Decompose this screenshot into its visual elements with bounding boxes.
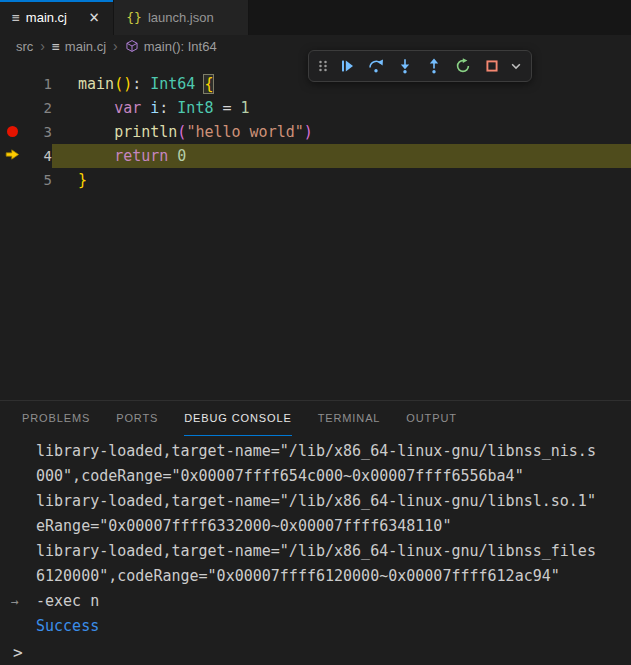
line-number: 3 xyxy=(24,120,52,144)
glyph-margin[interactable] xyxy=(0,72,24,96)
panel-tab-output[interactable]: OUTPUT xyxy=(406,401,457,436)
console-text: 6120000",codeRange="0x00007ffff6120000~0… xyxy=(36,567,560,585)
debug-current-line-icon xyxy=(5,144,20,168)
console-text: Success xyxy=(36,617,99,635)
console-line: 000",codeRange="0x00007ffff654c000~0x000… xyxy=(36,464,623,489)
code-token: ) xyxy=(304,123,313,141)
panel-tab-problems[interactable]: PROBLEMS xyxy=(22,401,90,436)
panel-tab-terminal[interactable]: TERMINAL xyxy=(318,401,381,436)
code-token: { xyxy=(204,75,213,93)
line-number: 4 xyxy=(24,144,52,168)
code-token: ) xyxy=(123,75,132,93)
debug-step-into-icon xyxy=(397,58,413,74)
debug-toolbar-gripper[interactable] xyxy=(314,53,332,79)
json-braces-icon: {} xyxy=(126,10,142,25)
tab-label: main.cj xyxy=(26,10,67,25)
file-lines-icon: ≡ xyxy=(52,39,60,54)
code-token: return xyxy=(114,147,168,165)
breadcrumb-item-main-cj[interactable]: ≡main.cj xyxy=(52,39,106,54)
console-line: 6120000",codeRange="0x00007ffff6120000~0… xyxy=(36,564,623,589)
panel-tab-label: TERMINAL xyxy=(318,412,381,424)
glyph-margin[interactable] xyxy=(0,168,24,192)
glyph-margin[interactable] xyxy=(0,144,24,168)
debug-console-input[interactable]: > xyxy=(13,643,23,662)
debug-step-out-icon xyxy=(426,58,442,74)
debug-step-over-icon xyxy=(368,58,384,74)
panel-tab-ports[interactable]: PORTS xyxy=(116,401,158,436)
code-token xyxy=(141,99,150,117)
tab-launch-json[interactable]: {}launch.json xyxy=(114,0,248,35)
chevron-down-icon xyxy=(509,59,523,73)
panel-tab-debug-console[interactable]: DEBUG CONSOLE xyxy=(184,401,291,436)
console-text: -exec n xyxy=(36,592,99,610)
cangjie-file-icon: ≡ xyxy=(12,10,20,25)
code-token: var xyxy=(114,99,141,117)
console-line: Success xyxy=(36,614,623,639)
breakpoint-icon xyxy=(7,120,18,144)
code-editor: 1main(): Int64 {2 var i: Int8 = 13 print… xyxy=(0,57,631,400)
bottom-panel: PROBLEMSPORTSDEBUG CONSOLETERMINALOUTPUT… xyxy=(0,400,631,665)
breadcrumb-separator: › xyxy=(113,38,118,54)
code-token: ( xyxy=(114,75,123,93)
debug-toolbar xyxy=(308,50,532,82)
code-token: : xyxy=(159,99,177,117)
console-text: library-loaded,target-name="/lib/x86_64-… xyxy=(36,442,596,460)
tab-main-cj[interactable]: ≡main.cj× xyxy=(0,0,114,35)
code-text[interactable]: var i: Int8 = 1 xyxy=(52,96,631,120)
code-text[interactable]: println("hello world") xyxy=(52,120,631,144)
tab-label: launch.json xyxy=(148,10,214,25)
console-line: eRange="0x00007ffff6332000~0x00007ffff63… xyxy=(36,514,623,539)
breadcrumb-label: main(): Int64 xyxy=(144,39,217,54)
code-token: Int8 xyxy=(177,99,213,117)
debug-step-out-button[interactable] xyxy=(419,53,448,79)
debug-stop-button[interactable] xyxy=(477,53,506,79)
panel-tab-bar: PROBLEMSPORTSDEBUG CONSOLETERMINALOUTPUT xyxy=(0,401,631,436)
debug-more-actions-button[interactable] xyxy=(506,53,526,79)
code-token: } xyxy=(78,171,87,189)
breadcrumb-item-main-int64[interactable]: main(): Int64 xyxy=(125,39,217,54)
gripper-icon xyxy=(317,58,329,74)
debug-restart-icon xyxy=(455,58,471,74)
glyph-margin[interactable] xyxy=(0,96,24,120)
symbol-method-icon xyxy=(125,39,139,53)
code-token: "hello world" xyxy=(186,123,303,141)
code-token: println xyxy=(114,123,177,141)
code-token xyxy=(78,147,114,165)
code-token xyxy=(78,99,114,117)
code-token: Int64 xyxy=(150,75,195,93)
code-token: i xyxy=(150,99,159,117)
code-token: main xyxy=(78,75,114,93)
breadcrumb-label: src xyxy=(16,39,33,54)
console-line: library-loaded,target-name="/lib/x86_64-… xyxy=(36,539,623,564)
console-line: library-loaded,target-name="/lib/x86_64-… xyxy=(36,439,623,464)
code-token: : xyxy=(132,75,150,93)
tab-close-button[interactable]: × xyxy=(87,9,101,26)
code-text[interactable]: return 0 xyxy=(52,144,631,168)
breadcrumb-item-src[interactable]: src xyxy=(16,39,33,54)
console-input-arrow-icon: → xyxy=(11,589,19,614)
editor-tab-bar: ≡main.cj×{}launch.json xyxy=(0,0,631,35)
breadcrumb-separator: › xyxy=(40,38,45,54)
code-line: 5} xyxy=(0,168,631,192)
debug-stop-icon xyxy=(484,58,500,74)
code-token xyxy=(78,123,114,141)
console-line: →-exec n xyxy=(36,589,623,614)
debug-restart-button[interactable] xyxy=(448,53,477,79)
debug-console-output[interactable]: library-loaded,target-name="/lib/x86_64-… xyxy=(0,436,631,639)
debug-continue-icon xyxy=(339,58,355,74)
panel-tab-label: DEBUG CONSOLE xyxy=(184,412,291,424)
code-token: = xyxy=(213,99,240,117)
chevron-right-icon: > xyxy=(13,643,23,662)
console-text: 000",codeRange="0x00007ffff654c000~0x000… xyxy=(36,467,524,485)
code-text[interactable]: } xyxy=(52,168,631,192)
glyph-margin[interactable] xyxy=(0,120,24,144)
console-text: library-loaded,target-name="/lib/x86_64-… xyxy=(36,542,596,560)
debug-step-over-button[interactable] xyxy=(361,53,390,79)
panel-tab-label: OUTPUT xyxy=(406,412,457,424)
line-number: 1 xyxy=(24,72,52,96)
debug-continue-button[interactable] xyxy=(332,53,361,79)
console-text: eRange="0x00007ffff6332000~0x00007ffff63… xyxy=(36,517,451,535)
debug-step-into-button[interactable] xyxy=(390,53,419,79)
console-line: library-loaded,target-name="/lib/x86_64-… xyxy=(36,489,623,514)
code-token xyxy=(168,147,177,165)
